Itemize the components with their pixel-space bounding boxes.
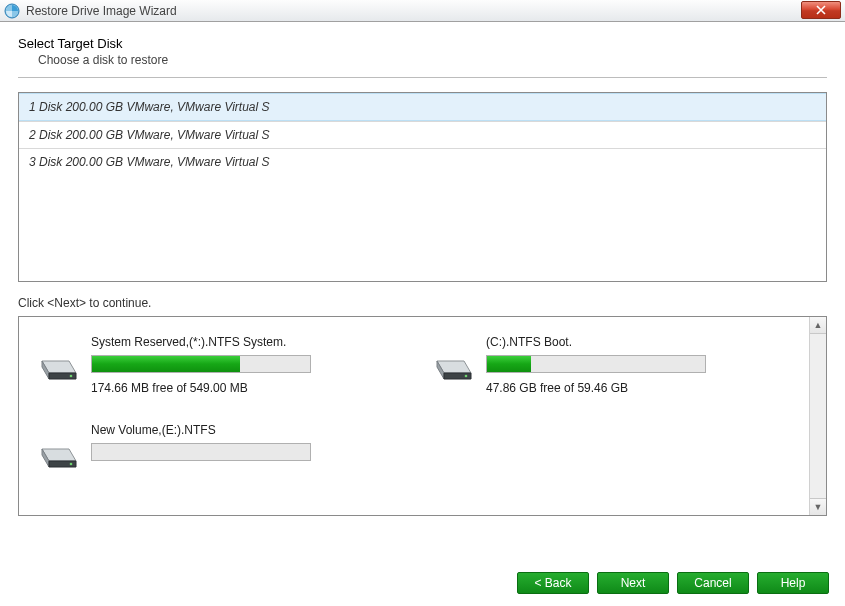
disk-list-row[interactable]: 3 Disk 200.00 GB VMware, VMware Virtual … bbox=[19, 148, 826, 175]
disk-icon bbox=[39, 439, 79, 471]
partition-label: System Reserved,(*:).NTFS System. bbox=[91, 335, 394, 349]
partition-item: System Reserved,(*:).NTFS System.174.66 … bbox=[39, 335, 394, 395]
app-icon bbox=[4, 3, 20, 19]
scroll-up-button[interactable]: ▲ bbox=[810, 317, 826, 334]
scroll-down-button[interactable]: ▼ bbox=[810, 498, 826, 515]
disk-list-row[interactable]: 2 Disk 200.00 GB VMware, VMware Virtual … bbox=[19, 121, 826, 148]
next-button[interactable]: Next bbox=[597, 572, 669, 594]
disk-list-row[interactable]: 1 Disk 200.00 GB VMware, VMware Virtual … bbox=[19, 93, 826, 121]
disk-icon bbox=[434, 351, 474, 383]
continue-label: Click <Next> to continue. bbox=[18, 296, 827, 310]
page-title: Select Target Disk bbox=[18, 36, 827, 51]
partition-item: New Volume,(E:).NTFS bbox=[39, 423, 394, 471]
footer-buttons: < Back Next Cancel Help bbox=[517, 572, 829, 594]
help-button[interactable]: Help bbox=[757, 572, 829, 594]
partition-usage-bar bbox=[91, 443, 311, 461]
divider bbox=[18, 77, 827, 78]
partition-free-text: 174.66 MB free of 549.00 MB bbox=[91, 381, 394, 395]
page-subtitle: Choose a disk to restore bbox=[38, 53, 827, 67]
partition-item: (C:).NTFS Boot.47.86 GB free of 59.46 GB bbox=[434, 335, 789, 395]
content-area: Select Target Disk Choose a disk to rest… bbox=[0, 22, 845, 516]
close-button[interactable] bbox=[801, 1, 841, 19]
partition-free-text: 47.86 GB free of 59.46 GB bbox=[486, 381, 789, 395]
window-title: Restore Drive Image Wizard bbox=[26, 4, 177, 18]
disk-icon bbox=[39, 351, 79, 383]
back-button[interactable]: < Back bbox=[517, 572, 589, 594]
disk-listbox[interactable]: 1 Disk 200.00 GB VMware, VMware Virtual … bbox=[18, 92, 827, 282]
partition-label: New Volume,(E:).NTFS bbox=[91, 423, 394, 437]
partition-label: (C:).NTFS Boot. bbox=[486, 335, 789, 349]
cancel-button[interactable]: Cancel bbox=[677, 572, 749, 594]
partition-usage-bar bbox=[91, 355, 311, 373]
scrollbar[interactable]: ▲ ▼ bbox=[809, 317, 826, 515]
partition-usage-bar bbox=[486, 355, 706, 373]
partition-panel: System Reserved,(*:).NTFS System.174.66 … bbox=[18, 316, 827, 516]
titlebar: Restore Drive Image Wizard bbox=[0, 0, 845, 22]
